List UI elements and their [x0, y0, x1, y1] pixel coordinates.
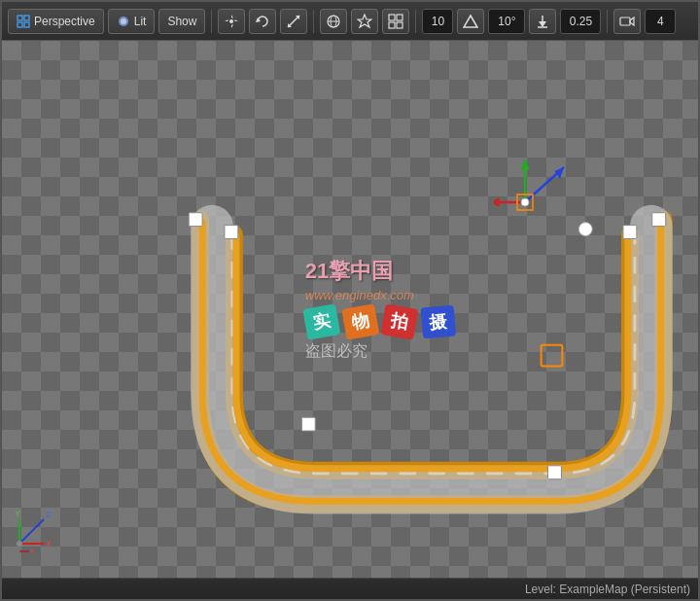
lit-icon [117, 15, 130, 28]
grid-icon [388, 14, 403, 29]
camera-speed-value[interactable]: 4 [645, 9, 676, 34]
transform-gizmo[interactable] [494, 148, 572, 226]
status-bar: Level: ExampleMap (Persistent) [2, 578, 698, 599]
snap-scale-value[interactable]: 0.25 [560, 9, 601, 34]
svg-point-5 [121, 18, 126, 24]
svg-point-44 [521, 198, 529, 206]
rotate-tool-button[interactable] [249, 9, 276, 34]
svg-marker-18 [358, 15, 371, 27]
svg-rect-21 [389, 22, 395, 28]
svg-rect-33 [301, 417, 315, 431]
perspective-button[interactable]: Perspective [8, 9, 104, 34]
triangle-icon [463, 14, 478, 29]
watermark-url: www.enginedx.com [305, 288, 455, 302]
corner-axes: Z Y X X [10, 505, 58, 553]
svg-line-45 [19, 519, 44, 544]
svg-rect-3 [24, 22, 29, 27]
svg-point-10 [229, 19, 233, 23]
svg-rect-29 [189, 213, 202, 227]
toolbar: Perspective Lit Show [2, 2, 698, 41]
svg-rect-31 [225, 226, 238, 239]
surface-snap-icon [535, 14, 550, 29]
watermark-cn-text: 21擎中国 [305, 257, 455, 286]
snap-icon [357, 14, 372, 29]
lit-button[interactable]: Lit [108, 9, 156, 34]
svg-rect-30 [652, 213, 666, 227]
svg-rect-2 [18, 22, 22, 27]
separator-3 [415, 10, 416, 33]
watermark-steal-text: 盗图必究 [305, 341, 455, 362]
svg-marker-38 [554, 167, 564, 179]
show-label: Show [167, 15, 196, 28]
viewport-canvas[interactable]: Z Y X X 21擎中国 www.enginedx.com 实 物 拍 摄 [2, 41, 698, 578]
svg-rect-20 [397, 15, 402, 20]
show-button[interactable]: Show [158, 9, 205, 34]
lit-label: Lit [134, 15, 147, 28]
world-icon [326, 14, 341, 29]
svg-text:Z: Z [46, 510, 52, 519]
svg-rect-0 [18, 16, 22, 20]
level-info: Level: ExampleMap (Persistent) [525, 583, 690, 596]
separator-1 [211, 10, 212, 33]
track-svg [2, 41, 698, 578]
camera-speed-button[interactable] [613, 9, 641, 34]
svg-marker-25 [539, 21, 546, 27]
camera-icon [619, 14, 635, 29]
svg-rect-34 [548, 466, 562, 479]
scale-icon [286, 14, 301, 29]
move-tool-button[interactable] [218, 9, 245, 34]
watermark-badge-4: 摄 [420, 305, 456, 339]
scale-tool-button[interactable] [280, 9, 307, 34]
svg-point-36 [578, 223, 592, 236]
svg-rect-1 [24, 16, 29, 20]
viewport-container: Perspective Lit Show [0, 0, 700, 601]
perspective-icon [17, 15, 30, 28]
separator-4 [607, 10, 608, 33]
checker-background: Z Y X X 21擎中国 www.enginedx.com 实 物 拍 摄 [2, 41, 698, 578]
watermark-badge-1: 实 [302, 303, 340, 339]
perspective-label: Perspective [34, 15, 95, 28]
grid-button[interactable] [382, 9, 409, 34]
svg-point-51 [17, 541, 22, 547]
surface-snap-button[interactable] [529, 9, 556, 34]
triangle-button[interactable] [457, 9, 484, 34]
watermark: 21擎中国 www.enginedx.com 实 物 拍 摄 盗图必究 [305, 257, 455, 362]
watermark-badges: 实 物 拍 摄 [305, 306, 455, 337]
watermark-badge-3: 拍 [380, 303, 418, 339]
svg-text:X: X [30, 548, 35, 553]
world-button[interactable] [320, 9, 347, 34]
svg-marker-40 [520, 159, 530, 169]
separator-2 [313, 10, 314, 33]
svg-rect-19 [389, 15, 395, 20]
svg-marker-42 [494, 197, 500, 207]
svg-rect-32 [623, 226, 637, 239]
svg-rect-27 [620, 18, 630, 25]
svg-text:X: X [46, 539, 52, 548]
rotate-icon [255, 14, 270, 29]
snap-button[interactable] [351, 9, 378, 34]
svg-text:Y: Y [15, 509, 20, 518]
svg-rect-35 [542, 345, 563, 367]
move-icon [224, 14, 239, 29]
svg-rect-22 [397, 22, 402, 28]
snap-grid-value[interactable]: 10 [422, 9, 453, 34]
snap-angle-value[interactable]: 10° [488, 9, 525, 34]
svg-marker-23 [464, 16, 477, 27]
watermark-badge-2: 物 [341, 303, 379, 339]
